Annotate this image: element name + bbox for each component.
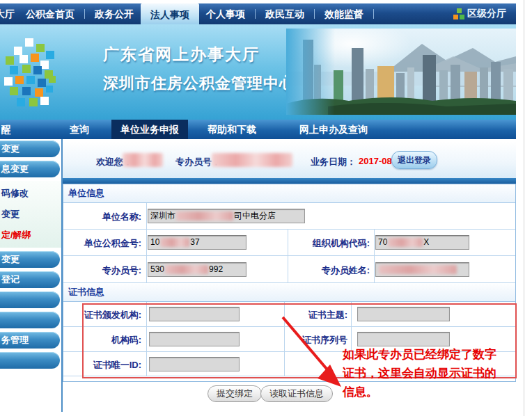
redacted-user-name xyxy=(123,153,163,167)
cell-border xyxy=(284,302,285,326)
cert-org-code-input[interactable] xyxy=(149,332,240,346)
cert-issuer-label: 证书颁发机构: xyxy=(63,309,141,321)
top-nav-item-legal-person[interactable]: 法人事项 xyxy=(141,3,199,24)
logout-button[interactable]: 退出登录 xyxy=(391,151,437,169)
sidebar-item-change-1[interactable]: 变更 xyxy=(0,141,60,157)
top-nav-item-gov-public[interactable]: 政务公开 xyxy=(88,3,141,24)
business-date-label: 业务日期： xyxy=(311,156,356,168)
menu-item-reminder[interactable]: 醒 xyxy=(1,120,11,139)
sidebar-item-blank-2[interactable] xyxy=(0,312,60,328)
sidebar-item-info-change[interactable]: 息变更 xyxy=(0,161,60,177)
menu-bar: 醒 查询 单位业务申报 帮助和下载 网上申办及查询 xyxy=(0,120,516,139)
sidebar-item-change-3[interactable]: 变更 xyxy=(0,251,60,268)
cell-border xyxy=(146,230,147,255)
separator xyxy=(314,9,315,19)
form-row-cert-issuer-subject: 证书颁发机构: 证书主题: xyxy=(63,302,515,327)
fund-no-input[interactable]: 1037 xyxy=(148,235,247,250)
top-nav-item-home[interactable]: 公积金首页 xyxy=(19,3,81,24)
cell-border xyxy=(288,256,288,282)
input-text: 10 xyxy=(150,237,159,247)
unit-name-input[interactable]: 深圳市司中电分店 xyxy=(148,209,305,223)
cell-border xyxy=(146,352,147,376)
annotation-text: 如果此专办员已经绑定了数字 证书，这里会自动显示证书的 信息。 xyxy=(343,345,522,401)
region-branch-label: 区级分厅 xyxy=(467,8,506,20)
sidebar: 变更 息变更 码修改 变更 定/解绑 变更 登记 务管理 xyxy=(0,141,61,372)
redacted-text xyxy=(165,265,208,274)
agent-no-input[interactable]: 530992 xyxy=(148,262,247,277)
cell-border xyxy=(146,203,147,229)
org-code-input[interactable]: 70X xyxy=(375,235,469,250)
redacted-text xyxy=(176,211,233,221)
input-text: 70 xyxy=(378,237,387,247)
top-nav-item-hall[interactable]: 大厅 xyxy=(0,3,19,24)
cell-border xyxy=(374,230,375,255)
sidebar-item-password-modify[interactable]: 码修改 xyxy=(0,183,61,204)
input-text: 37 xyxy=(190,237,199,247)
cert-unique-id-input[interactable] xyxy=(149,357,240,371)
cert-subject-label: 证书主题: xyxy=(285,309,347,321)
cert-unique-id-label: 证书唯一ID: xyxy=(63,359,141,371)
cell-border xyxy=(284,327,285,351)
submit-bind-button[interactable]: 提交绑定 xyxy=(208,385,262,402)
sidebar-item-blank-3[interactable] xyxy=(0,352,60,369)
sidebar-item-register[interactable]: 登记 xyxy=(0,271,60,288)
menu-item-online-apply[interactable]: 网上申办及查询 xyxy=(299,120,368,139)
section-divider-bar xyxy=(63,178,516,184)
cell-border xyxy=(146,302,147,326)
form-row-unit-name: 单位名称: 深圳市司中电分店 xyxy=(63,203,515,230)
input-text: 530 xyxy=(150,264,164,274)
cert-org-code-label: 机构码: xyxy=(63,334,141,346)
menu-item-help-download[interactable]: 帮助和下载 xyxy=(208,120,256,139)
redacted-agent-no xyxy=(212,153,292,167)
pixel-house-logo-icon xyxy=(3,37,85,112)
redacted-text xyxy=(379,265,457,274)
menu-item-unit-business[interactable]: 单位业务申报 xyxy=(111,120,188,139)
cert-issuer-input[interactable] xyxy=(149,307,240,321)
form-row-fund-org: 单位公积金号: 1037 组织机构代码: 70X xyxy=(63,230,515,256)
sidebar-item-blank-1[interactable] xyxy=(0,291,60,308)
welcome-bar: 欢迎您： 专办员号： 业务日期： 2017-08-02 退出登录 xyxy=(63,141,516,178)
cert-serial-input[interactable] xyxy=(357,332,450,346)
sidebar-item-cert-bind-unbind[interactable]: 定/解绑 xyxy=(0,225,61,246)
cert-info-section-title: 证书信息 xyxy=(63,283,515,302)
agent-no-form-label: 专办员号: xyxy=(63,264,141,277)
annotation-line: 如果此专办员已经绑定了数字 xyxy=(343,345,522,364)
org-code-label: 组织机构代码: xyxy=(289,237,370,250)
top-nav-item-supervision[interactable]: 效能监督 xyxy=(318,3,370,24)
top-nav-item-interaction[interactable]: 政民互动 xyxy=(258,3,311,24)
read-cert-button[interactable]: 读取证书信息 xyxy=(260,385,333,402)
redacted-text xyxy=(388,238,423,247)
unit-info-section-title: 单位信息 xyxy=(63,184,515,203)
separator xyxy=(84,9,85,19)
fund-no-label: 单位公积金号: xyxy=(63,237,141,250)
region-branch-link[interactable]: 区级分厅 xyxy=(453,8,516,20)
input-text: X xyxy=(423,237,429,247)
cell-border xyxy=(351,302,352,326)
city-skyline-image xyxy=(286,29,516,115)
cell-border xyxy=(146,256,147,282)
cell-border xyxy=(146,327,147,351)
annotation-line: 证书，这里会自动显示证书的 xyxy=(343,364,522,383)
sidebar-submenu: 码修改 变更 定/解绑 xyxy=(0,181,61,248)
redacted-text xyxy=(160,238,189,247)
sidebar-item-management[interactable]: 务管理 xyxy=(0,332,60,349)
banner-title-line1: 广东省网上办事大厅 xyxy=(103,44,260,65)
banner: 广东省网上办事大厅 深圳市住房公积金管理中心窗口 xyxy=(0,24,516,121)
top-nav-item-personal[interactable]: 个人事项 xyxy=(199,3,252,24)
agent-name-input[interactable] xyxy=(375,262,469,277)
agent-name-label: 专办员姓名: xyxy=(289,264,370,277)
input-text: 992 xyxy=(209,264,223,274)
cell-border xyxy=(284,352,285,376)
form-row-agent: 专办员号: 530992 专办员姓名: xyxy=(63,256,515,283)
cell-border xyxy=(288,230,288,255)
sidebar-item-change-2[interactable]: 变更 xyxy=(0,204,61,225)
input-text: 深圳市 xyxy=(150,211,175,221)
cert-serial-label: 证书序列号 xyxy=(285,334,347,346)
cert-subject-input[interactable] xyxy=(357,307,450,321)
annotation-line: 信息。 xyxy=(343,383,522,401)
page: 大厅 公积金首页 政务公开 法人事项 个人事项 政民互动 效能监督 区级分厅 xyxy=(0,0,532,416)
cell-border xyxy=(374,256,375,282)
unit-name-label: 单位名称: xyxy=(63,211,141,223)
separator xyxy=(373,9,374,19)
menu-item-query[interactable]: 查询 xyxy=(70,120,89,139)
